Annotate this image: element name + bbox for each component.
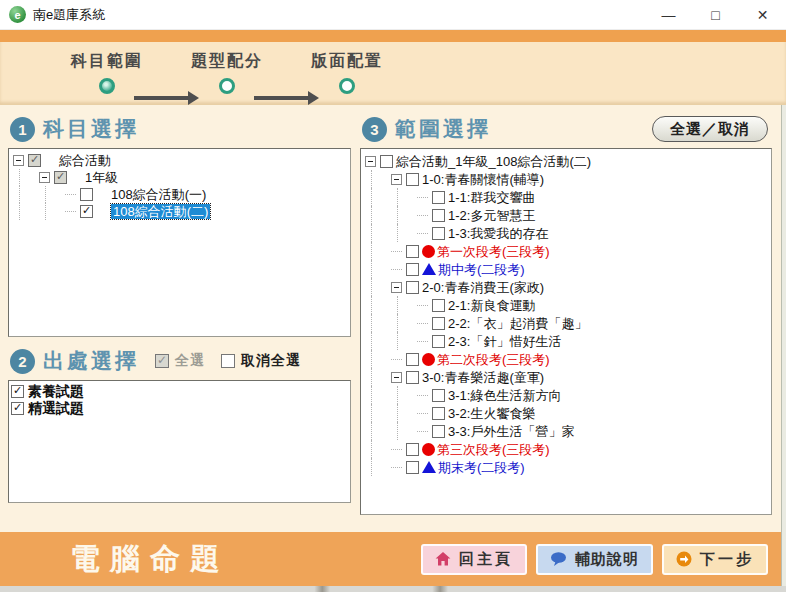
step-label: 版面配置 bbox=[311, 51, 383, 78]
section-number-badge: 2 bbox=[10, 349, 35, 374]
help-button[interactable]: 輔助說明 bbox=[536, 544, 653, 575]
tree-connector bbox=[391, 246, 402, 257]
checkbox[interactable] bbox=[28, 154, 41, 167]
section-title: 出處選擇 bbox=[43, 347, 139, 375]
checkbox[interactable] bbox=[406, 461, 419, 474]
tree-connector bbox=[417, 318, 428, 329]
checkbox[interactable] bbox=[432, 335, 445, 348]
section-title: 範圍選擇 bbox=[395, 115, 491, 143]
tree-indent bbox=[45, 203, 65, 220]
tree-row[interactable]: 第三次段考(三段考) bbox=[361, 440, 771, 458]
expand-toggle-icon[interactable] bbox=[391, 174, 402, 185]
home-button[interactable]: 回主頁 bbox=[421, 544, 527, 575]
tree-row[interactable]: 第一次段考(三段考) bbox=[361, 242, 771, 260]
step-label: 科目範圍 bbox=[71, 51, 143, 78]
checkbox[interactable] bbox=[432, 299, 445, 312]
minimize-button[interactable]: — bbox=[645, 0, 692, 29]
step-circle-icon bbox=[339, 78, 355, 94]
tree-row[interactable]: 2-0:青春消費王(家政) bbox=[361, 278, 771, 296]
tree-row[interactable]: 3-1:綠色生活新方向 bbox=[361, 386, 771, 404]
next-button-label: 下一步 bbox=[700, 550, 754, 569]
tree-row[interactable]: 2-3:「針」惜好生活 bbox=[361, 332, 771, 350]
checkbox[interactable] bbox=[432, 407, 445, 420]
tree-connector bbox=[65, 206, 76, 217]
checkbox[interactable] bbox=[406, 245, 419, 258]
footer-buttons: 回主頁 輔助說明 下一步 bbox=[421, 544, 768, 575]
expand-toggle-icon[interactable] bbox=[39, 172, 50, 183]
tree-indent bbox=[397, 404, 417, 422]
checkbox[interactable] bbox=[80, 205, 93, 218]
tree-row[interactable]: 3-2:生火饗食樂 bbox=[361, 404, 771, 422]
main-content: 1 科目選擇 綜合活動1年級108綜合活動(一)108綜合活動(二) 2 出處選… bbox=[0, 105, 786, 532]
tree-row[interactable]: 2-2:「衣」起消費「趣」 bbox=[361, 314, 771, 332]
tree-connector bbox=[417, 390, 428, 401]
checkbox[interactable] bbox=[432, 317, 445, 330]
tree-row[interactable]: 期末考(二段考) bbox=[361, 458, 771, 476]
expand-toggle-icon[interactable] bbox=[13, 155, 24, 166]
app-window: e 南e題庫系統 — □ ✕ 科目範圍 題型配分 版 bbox=[0, 0, 786, 592]
checkbox[interactable] bbox=[432, 209, 445, 222]
tree-indent bbox=[371, 188, 391, 206]
checkbox[interactable] bbox=[11, 385, 24, 398]
window-title: 南e題庫系統 bbox=[33, 6, 105, 24]
deselect-all-label: 取消全選 bbox=[241, 352, 301, 370]
list-item-label: 素養試題 bbox=[28, 383, 84, 401]
checkbox[interactable] bbox=[406, 371, 419, 384]
tree-indent bbox=[397, 422, 417, 440]
tree-row[interactable]: 3-0:青春樂活趣(童軍) bbox=[361, 368, 771, 386]
tree-row[interactable]: 綜合活動_1年級_108綜合活動(二) bbox=[361, 152, 771, 170]
tree-row[interactable]: 2-1:新良食運動 bbox=[361, 296, 771, 314]
next-step-button[interactable]: 下一步 bbox=[662, 544, 768, 575]
tree-connector bbox=[417, 192, 428, 203]
tree-row[interactable]: 1-1:群我交響曲 bbox=[361, 188, 771, 206]
tree-item-label: 2-2:「衣」起消費「趣」 bbox=[448, 316, 587, 331]
tree-connector bbox=[417, 300, 428, 311]
tree-row[interactable]: 1-3:我愛我的存在 bbox=[361, 224, 771, 242]
tree-item-label: 2-3:「針」惜好生活 bbox=[448, 334, 561, 349]
checkbox[interactable] bbox=[432, 191, 445, 204]
exam-triangle-icon bbox=[422, 461, 436, 473]
checkbox[interactable] bbox=[11, 402, 24, 415]
tree-item-label: 2-0:青春消費王(家政) bbox=[422, 280, 544, 295]
checkbox[interactable] bbox=[432, 425, 445, 438]
tree-item-label: 綜合活動 bbox=[59, 153, 111, 168]
expand-toggle-icon[interactable] bbox=[391, 282, 402, 293]
close-button[interactable]: ✕ bbox=[739, 0, 786, 29]
list-item[interactable]: 素養試題 bbox=[11, 383, 348, 400]
checkbox[interactable] bbox=[406, 263, 419, 276]
tree-row[interactable]: 第二次段考(三段考) bbox=[361, 350, 771, 368]
tree-row[interactable]: 108綜合活動(一) bbox=[9, 186, 350, 203]
tree-item-label: 1-1:群我交響曲 bbox=[448, 190, 535, 205]
wizard-steps: 科目範圍 題型配分 版面配置 bbox=[0, 42, 786, 105]
checkbox[interactable] bbox=[406, 173, 419, 186]
home-button-label: 回主頁 bbox=[459, 550, 513, 569]
maximize-button[interactable]: □ bbox=[692, 0, 739, 29]
tree-item-label: 2-1:新良食運動 bbox=[448, 298, 535, 313]
checkbox[interactable] bbox=[406, 353, 419, 366]
tree-row[interactable]: 1年級 bbox=[9, 169, 350, 186]
range-select-header: 3 範圍選擇 全選／取消 bbox=[362, 115, 772, 143]
tree-row[interactable]: 1-0:青春關懷情(輔導) bbox=[361, 170, 771, 188]
deselect-all-checkbox[interactable]: 取消全選 bbox=[221, 352, 301, 370]
tree-indent bbox=[371, 458, 391, 476]
tree-indent bbox=[371, 422, 391, 440]
select-all-toggle-button[interactable]: 全選／取消 bbox=[652, 116, 768, 142]
checkbox[interactable] bbox=[80, 188, 93, 201]
checkbox[interactable] bbox=[406, 443, 419, 456]
select-all-checkbox[interactable]: 全選 bbox=[155, 352, 205, 370]
tree-row[interactable]: 108綜合活動(二) bbox=[9, 203, 350, 220]
checkbox[interactable] bbox=[432, 389, 445, 402]
checkbox[interactable] bbox=[54, 171, 67, 184]
checkbox[interactable] bbox=[406, 281, 419, 294]
tree-row[interactable]: 期中考(二段考) bbox=[361, 260, 771, 278]
tree-row[interactable]: 3-3:戶外生活「營」家 bbox=[361, 422, 771, 440]
checkbox[interactable] bbox=[380, 155, 393, 168]
checkbox[interactable] bbox=[432, 227, 445, 240]
tree-connector bbox=[65, 189, 76, 200]
list-item[interactable]: 精選試題 bbox=[11, 400, 348, 417]
expand-toggle-icon[interactable] bbox=[391, 372, 402, 383]
tree-row[interactable]: 綜合活動 bbox=[9, 152, 350, 169]
tree-row[interactable]: 1-2:多元智慧王 bbox=[361, 206, 771, 224]
expand-toggle-icon[interactable] bbox=[365, 156, 376, 167]
tree-item-label: 期末考(二段考) bbox=[438, 460, 525, 475]
